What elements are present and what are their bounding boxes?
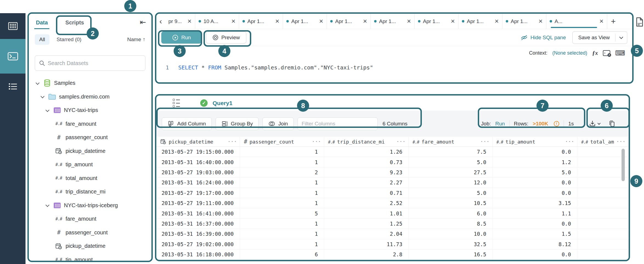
editor-tab[interactable]: Apr 1... ✕ (327, 14, 371, 29)
close-tab-icon[interactable]: ✕ (599, 18, 604, 24)
table-row[interactable]: 2013-05-31 16:41:00.00051.016.01.1 (156, 208, 629, 218)
tree-item[interactable]: NYC-taxi-trips-iceberg (29, 199, 150, 212)
tab-scripts[interactable]: Scripts (64, 16, 86, 29)
editor-tab[interactable]: A... ✕ (546, 14, 607, 29)
tree-item[interactable]: pickup_datetime (29, 144, 150, 158)
table-row[interactable]: 2013-05-31 16:39:00.00012.0410.01.5 (156, 229, 629, 239)
tree-item[interactable]: # passenger_count (29, 131, 150, 144)
physical-dataset-icon (53, 202, 61, 209)
preview-button[interactable]: Preview (206, 32, 246, 44)
editor-tab[interactable]: Apr 1... ✕ (502, 14, 546, 29)
new-tab-button[interactable]: + (607, 14, 619, 29)
close-tab-icon[interactable]: ✕ (363, 18, 367, 24)
column-menu-icon[interactable]: ··· (228, 139, 237, 144)
column-header[interactable]: #.# tip_amount ··· (493, 137, 577, 147)
keyboard-shortcuts-icon[interactable]: ⌨ (615, 50, 625, 57)
table-row[interactable]: 2013-05-31 16:40:00.00010.735.01.2 (156, 157, 629, 167)
close-tab-icon[interactable]: ✕ (187, 18, 192, 24)
table-cell: 1.01 (324, 208, 409, 218)
tree-item-label: NYC-taxi-trips-iceberg (64, 202, 118, 209)
filter-starred[interactable]: Starred (0) (57, 36, 81, 43)
save-options-caret-icon[interactable] (615, 37, 627, 38)
filter-all-chip[interactable]: All (35, 34, 49, 45)
table-row[interactable]: 2013-05-31 16:37:00.00011.258.50.0 (156, 219, 629, 229)
table-row[interactable]: 2013-05-27 19:17:00.00010.715.00.0 (156, 188, 629, 198)
table-row[interactable]: 2013-05-31 16:18:00.00062.816.50.0 (156, 249, 629, 260)
table-row[interactable]: 2013-05-27 19:03:00.00029.2327.55.0 (156, 167, 629, 178)
close-tab-icon[interactable]: ✕ (319, 18, 323, 24)
tree-item[interactable]: samples.dremio.com (29, 90, 150, 104)
nav-sql-runner-button[interactable] (0, 39, 26, 74)
close-tab-icon[interactable]: ✕ (451, 18, 455, 24)
rows-warning-icon[interactable]: ! (554, 121, 559, 127)
add-column-button[interactable]: Add Column (162, 117, 212, 130)
editor-tab[interactable]: 10 A... ✕ (195, 14, 239, 29)
tree-item[interactable]: Samples (29, 76, 150, 90)
column-header[interactable]: #.# fare_amount ··· (409, 137, 493, 147)
download-results-button[interactable] (589, 120, 600, 128)
group-by-button[interactable]: Group By (216, 117, 259, 130)
column-menu-icon[interactable]: ··· (565, 139, 574, 144)
table-row[interactable]: 2013-05-27 19:15:00.00011.267.50.0 (156, 147, 629, 157)
tab-data[interactable]: Data (34, 16, 49, 29)
function-snippets-icon[interactable]: ƒx (592, 50, 598, 57)
column-menu-icon[interactable]: ··· (616, 139, 626, 144)
tree-item[interactable]: # passenger_count (29, 226, 150, 240)
tree-item[interactable]: #.# fare_amount (29, 212, 150, 226)
column-menu-icon[interactable]: ··· (312, 139, 321, 144)
annotation-6: 6 (601, 100, 613, 112)
save-as-view-button[interactable]: Save as View (572, 31, 627, 44)
close-tab-icon[interactable]: ✕ (275, 18, 279, 24)
nav-jobs-button[interactable] (0, 74, 26, 99)
table-cell: 10.0 (409, 229, 493, 239)
filter-columns-input[interactable] (302, 121, 374, 127)
tree-item[interactable]: #.# trip_distance_mi (29, 185, 150, 199)
column-header[interactable]: # passenger_count ··· (240, 137, 324, 147)
editor-tab[interactable]: Apr 1... ✕ (283, 14, 327, 29)
column-menu-icon[interactable]: ··· (396, 139, 406, 144)
editor-tab[interactable]: pr 9... ✕ (165, 14, 195, 29)
tab-scroll-left-icon[interactable]: ‹ (156, 14, 165, 29)
close-tab-icon[interactable]: ✕ (538, 18, 543, 24)
search-input[interactable] (48, 60, 141, 66)
run-button[interactable]: Run (161, 32, 202, 44)
tab-label: Apr 1... (467, 18, 484, 24)
editor-tab[interactable]: Apr 1... ✕ (415, 14, 459, 29)
tree-item[interactable]: #.# tip_amount (29, 253, 150, 261)
queries-list-icon[interactable] (173, 99, 180, 107)
annotation-7: 7 (536, 100, 549, 112)
tree-item[interactable]: #.# fare_amount (29, 117, 150, 131)
close-tab-icon[interactable]: ✕ (407, 18, 411, 24)
column-header[interactable]: #.# trip_distance_mi ··· (324, 137, 409, 147)
download-options-caret-icon[interactable] (597, 122, 600, 125)
nav-datasets-button[interactable] (0, 13, 26, 39)
editor-tab[interactable]: Apr 1... ✕ (371, 14, 415, 29)
close-tab-icon[interactable]: ✕ (495, 18, 499, 24)
close-tab-icon[interactable]: ✕ (231, 18, 236, 24)
sort-by-name[interactable]: Name ↑ (127, 36, 145, 43)
editor-tab[interactable]: Apr 1... ✕ (239, 14, 283, 29)
job-link[interactable]: Run (495, 121, 505, 127)
column-header[interactable]: #.# total_amount ··· (577, 137, 629, 147)
tree-item[interactable]: NYC-taxi-trips (29, 103, 150, 117)
editor-tab[interactable]: Apr 1... ✕ (459, 14, 502, 29)
table-row[interactable]: 2013-05-27 19:11:00.00012.5210.53.15 (156, 198, 629, 208)
tree-item[interactable]: #.# tip_amount (29, 158, 150, 172)
hide-sql-pane-button[interactable]: Hide SQL pane (521, 35, 566, 41)
column-header[interactable]: pickup_datetime ··· (156, 137, 240, 147)
query-title[interactable]: Query1 (213, 100, 232, 106)
copy-results-button[interactable] (608, 120, 615, 128)
column-menu-icon[interactable]: ··· (480, 139, 490, 144)
sql-editor[interactable]: 1 SELECT * FROM Samples."samples.dremio.… (156, 60, 632, 82)
collapse-panel-icon[interactable]: ⇤ (140, 18, 146, 27)
table-row[interactable]: 2013-05-27 19:02:00.000111.7332.58.12 (156, 239, 629, 249)
tree-item[interactable]: #.# total_amount (29, 172, 150, 185)
vertical-scrollbar[interactable] (622, 149, 625, 181)
tree-item[interactable]: pickup_datetime (29, 239, 150, 253)
join-button[interactable]: Join (262, 117, 294, 130)
open-scripts-button[interactable] (634, 16, 644, 28)
context-value[interactable]: (None selected) (552, 50, 587, 56)
table-row[interactable]: 2013-05-31 16:24:00.00012.2712.00.0 (156, 178, 629, 188)
autocomplete-toggle-icon[interactable]: ›A (603, 50, 610, 56)
annotation-1: 1 (124, 0, 136, 12)
